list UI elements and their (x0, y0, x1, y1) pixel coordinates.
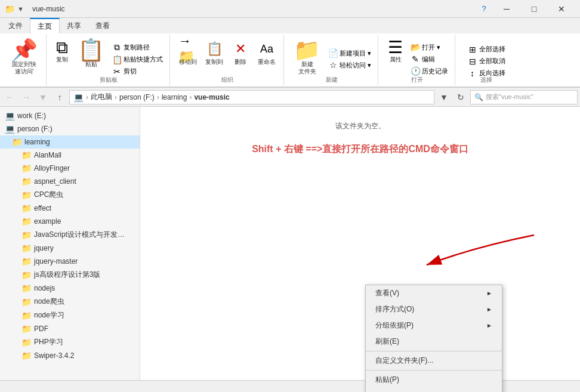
sidebar-item-js-adv[interactable]: 📁 js高级程序设计第3版 (0, 268, 140, 282)
sidebar-item-php[interactable]: 📁 PHP学习 (0, 335, 140, 349)
easy-access-btn[interactable]: ☆轻松访问 ▾ (326, 60, 373, 70)
path-sep-4: › (189, 93, 192, 101)
refresh-button[interactable]: ↻ (453, 90, 468, 104)
ctx-refresh[interactable]: 刷新(E) (366, 334, 502, 350)
forward-button[interactable]: → (19, 90, 33, 104)
address-path-box[interactable]: 💻 › 此电脑 › person (F:) › learning › vue-m… (69, 90, 434, 104)
sidebar-item-alloyfinger[interactable]: 📁 AlloyFinger (0, 162, 140, 175)
sidebar-item-alanmall[interactable]: 📁 AlanMall (0, 149, 140, 162)
folder-icon-nodejs: 📁 (21, 283, 32, 293)
path-dropdown-btn[interactable]: ▼ (437, 90, 451, 104)
window-controls: ? ─ □ ✕ (475, 0, 575, 18)
sidebar-item-nodejs[interactable]: 📁 nodejs (0, 282, 140, 295)
drive-icon-work: 💻 (5, 111, 15, 121)
paste-btn[interactable]: 📋 粘贴 (74, 38, 108, 69)
path-part-computer[interactable]: 此电脑 (91, 92, 112, 102)
context-menu: 查看(V) ► 排序方式(O) ► 分组依据(P) ► 刷新(E) 自定义文件夹… (365, 285, 502, 392)
copy-path-btn[interactable]: ⧉复制路径 (110, 42, 165, 53)
sidebar-item-jquery-master[interactable]: 📁 jquery-master (0, 255, 140, 268)
sidebar-item-swiper[interactable]: 📁 Swiper-3.4.2 (0, 349, 140, 362)
sidebar-item-node-study[interactable]: 📁 node学习 (0, 308, 140, 322)
sidebar-item-jquery[interactable]: 📁 jquery (0, 242, 140, 255)
minimize-button[interactable]: ─ (493, 0, 520, 18)
search-placeholder: 搜索"vue-music" (486, 92, 533, 101)
ctx-view[interactable]: 查看(V) ► (366, 285, 502, 301)
paste-shortcut-btn[interactable]: 📋粘贴快捷方式 (110, 54, 165, 65)
back-button[interactable]: ← (2, 90, 17, 104)
help-btn[interactable]: ? (475, 0, 493, 18)
clipboard-small-group: ⧉复制路径 📋粘贴快捷方式 ✂剪切 (110, 38, 165, 80)
sidebar-item-label-jquery-master: jquery-master (34, 257, 78, 266)
sidebar-item-label-node-spider: node爬虫 (34, 297, 64, 307)
sidebar-item-node-spider[interactable]: 📁 node爬虫 (0, 295, 140, 308)
recent-button[interactable]: ▼ (36, 90, 50, 104)
sidebar-item-learning[interactable]: 📁 learning (0, 135, 140, 149)
sidebar-item-pdf[interactable]: 📁 PDF (0, 322, 140, 335)
organize-label: 组织 (221, 76, 233, 84)
sidebar-item-example[interactable]: 📁 example (0, 215, 140, 228)
folder-icon-alanmall: 📁 (21, 150, 32, 160)
tab-home[interactable]: 主页 (30, 18, 60, 33)
sidebar-item-person[interactable]: 💻 person (F:) (0, 122, 140, 135)
new-folder-btn[interactable]: 📁 新建文件夹 (290, 38, 324, 76)
pin-label: 固定到'快速访问' (12, 61, 37, 75)
ctx-customize-label: 自定义文件夹(F)... (375, 356, 433, 366)
tab-share[interactable]: 共享 (60, 18, 88, 33)
open-btn[interactable]: 📂打开 ▾ (409, 42, 450, 53)
new-item-icon: 📄 (328, 48, 338, 58)
edit-icon: ✎ (411, 54, 420, 64)
select-all-btn[interactable]: ⊞全部选择 (466, 44, 507, 55)
history-btn[interactable]: 🕐历史记录 (409, 66, 450, 76)
path-part-learning[interactable]: learning (162, 93, 187, 101)
path-sep-2: › (115, 93, 117, 101)
search-box[interactable]: 🔍 搜索"vue-music" (470, 90, 578, 104)
maximize-button[interactable]: □ (520, 0, 548, 18)
sidebar-item-label-node-study: node学习 (34, 310, 64, 320)
up-button[interactable]: ↑ (53, 90, 67, 104)
path-part-person[interactable]: person (F:) (119, 93, 155, 101)
ribbon-tabs: 文件 主页 共享 查看 (0, 18, 580, 33)
cut-btn[interactable]: ✂剪切 (110, 66, 165, 77)
folder-icon-pdf: 📁 (21, 324, 32, 334)
sidebar-item-label-learning: learning (24, 138, 50, 146)
ctx-group[interactable]: 分组依据(P) ► (366, 317, 502, 334)
ribbon-group-pin: 📌 固定到'快速访问' (2, 35, 47, 85)
ctx-sort[interactable]: 排序方式(O) ► (366, 301, 502, 317)
sidebar: 💻 work (E:) 💻 person (F:) 📁 learning 📁 A… (0, 107, 140, 381)
content-area[interactable]: 该文件夹为空。 Shift + 右键 ==>直接打开所在路径的CMD命令窗口 查… (140, 107, 580, 381)
sidebar-item-label-jquery: jquery (34, 244, 54, 252)
ribbon: 文件 主页 共享 查看 📌 固定到'快速访问' ⧉ 复制 📋 (0, 18, 580, 88)
ctx-paste-shortcut[interactable]: 粘贴快捷方式(S) (366, 388, 502, 392)
properties-label: 属性 (390, 56, 402, 63)
path-sep-3: › (157, 93, 159, 101)
address-bar: ← → ▼ ↑ 💻 › 此电脑 › person (F:) › learning… (0, 88, 580, 107)
close-button[interactable]: ✕ (548, 0, 575, 18)
path-part-vuemusic[interactable]: vue-music (194, 93, 229, 101)
sidebar-item-label-swiper: Swiper-3.4.2 (34, 351, 74, 360)
sidebar-item-aspnet[interactable]: 📁 aspnet_client (0, 175, 140, 188)
qa-btn-1[interactable]: ▼ (17, 5, 24, 13)
copy-path-icon: ⧉ (112, 42, 122, 53)
ctx-paste[interactable]: 粘贴(P) (366, 372, 502, 388)
sidebar-item-work[interactable]: 💻 work (E:) (0, 109, 140, 122)
history-icon: 🕐 (411, 66, 420, 76)
sidebar-item-javascript[interactable]: 📁 JavaScript设计模式与开发实... (0, 228, 140, 242)
edit-btn[interactable]: ✎编辑 (409, 54, 450, 64)
deselect-all-btn[interactable]: ⊟全部取消 (466, 56, 507, 67)
properties-btn[interactable]: ☰ 属性 (384, 38, 406, 64)
folder-icon-javascript: 📁 (21, 230, 32, 240)
folder-icon-learning: 📁 (12, 137, 22, 147)
new-item-btn[interactable]: 📄新建项目 ▾ (326, 48, 373, 58)
tab-file[interactable]: 文件 (1, 18, 30, 33)
ctx-customize[interactable]: 自定义文件夹(F)... (366, 353, 502, 369)
pin-btn[interactable]: 📌 固定到'快速访问' (7, 38, 41, 76)
tab-view[interactable]: 查看 (88, 18, 117, 33)
copy-to-icon: 📋 (205, 39, 224, 58)
sidebar-item-cpc[interactable]: 📁 CPC爬虫 (0, 188, 140, 202)
move-to-btn[interactable]: →📁 移动到 (176, 38, 200, 84)
sidebar-item-label-alloyfinger: AlloyFinger (34, 164, 70, 172)
rename-btn[interactable]: Aa 重命名 (255, 38, 279, 84)
sidebar-item-effect[interactable]: 📁 effect (0, 202, 140, 215)
clipboard-label: 剪贴板 (100, 76, 118, 84)
copy-btn[interactable]: ⧉ 复制 (53, 38, 72, 64)
